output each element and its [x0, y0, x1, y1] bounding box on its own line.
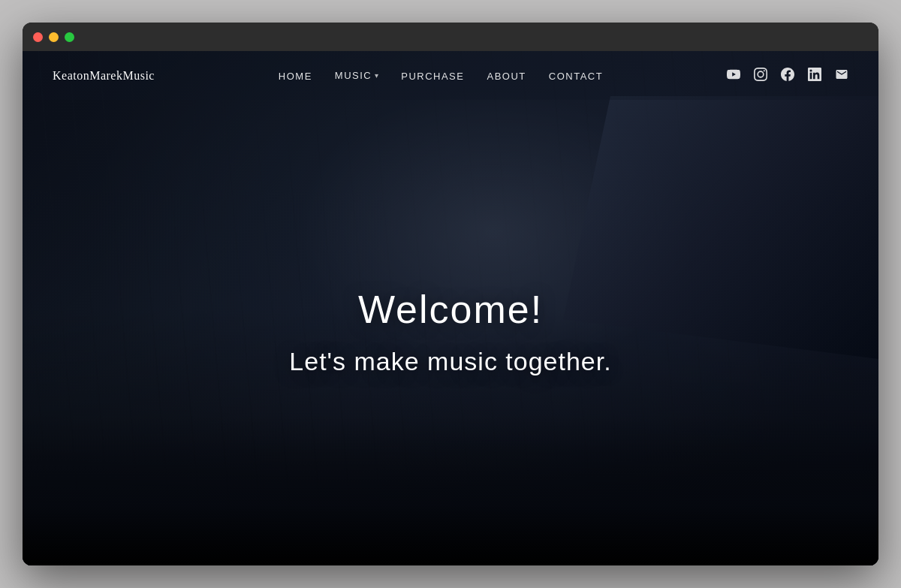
- minimize-button[interactable]: [49, 32, 59, 42]
- instagram-icon[interactable]: [754, 68, 767, 84]
- nav-item-purchase[interactable]: PURCHASE: [401, 69, 464, 83]
- nav-link-purchase[interactable]: PURCHASE: [401, 71, 464, 82]
- nav-item-music[interactable]: MUSIC ▾: [335, 70, 378, 81]
- navbar: KeatonMarekMusic HOME MUSIC ▾ PURCHASE A…: [23, 51, 878, 100]
- hero-tagline-text: Let's make music together.: [53, 346, 848, 375]
- nav-link-about[interactable]: ABOUT: [487, 71, 526, 82]
- linkedin-icon[interactable]: [808, 68, 821, 84]
- nav-item-about[interactable]: ABOUT: [487, 69, 526, 83]
- mac-window: KeatonMarekMusic HOME MUSIC ▾ PURCHASE A…: [23, 23, 878, 565]
- hero-welcome-text: Welcome!: [53, 286, 848, 331]
- nav-link-contact[interactable]: CONTACT: [549, 71, 603, 82]
- youtube-icon[interactable]: [727, 68, 740, 84]
- nav-links: HOME MUSIC ▾ PURCHASE ABOUT CONTACT: [279, 69, 603, 83]
- nav-link-home[interactable]: HOME: [279, 71, 312, 82]
- social-links: [727, 68, 848, 84]
- facebook-icon[interactable]: [781, 68, 794, 84]
- hero-content: Welcome! Let's make music together.: [23, 286, 878, 375]
- title-bar: [23, 23, 878, 51]
- piano-body: [23, 415, 878, 565]
- maximize-button[interactable]: [65, 32, 74, 42]
- nav-item-contact[interactable]: CONTACT: [549, 69, 603, 83]
- site-brand[interactable]: KeatonMarekMusic: [53, 69, 155, 83]
- browser-content: KeatonMarekMusic HOME MUSIC ▾ PURCHASE A…: [23, 51, 878, 565]
- nav-item-home[interactable]: HOME: [279, 69, 312, 83]
- email-icon[interactable]: [835, 68, 848, 84]
- chevron-down-icon: ▾: [375, 71, 378, 80]
- close-button[interactable]: [33, 32, 43, 42]
- nav-link-music[interactable]: MUSIC: [335, 70, 372, 81]
